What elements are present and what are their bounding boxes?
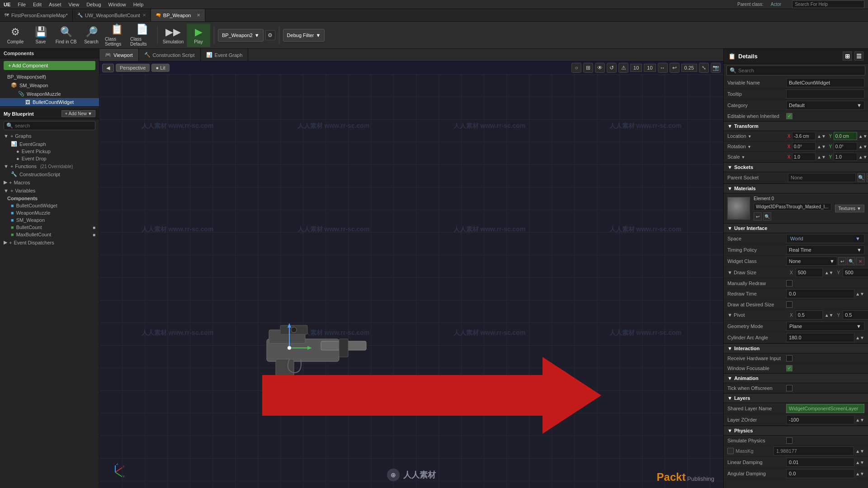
construction-script-item[interactable]: 🔧 ConstructionScript bbox=[0, 170, 99, 178]
event-pickup-item[interactable]: ● Event Pickup bbox=[0, 148, 99, 155]
focusable-checkbox[interactable] bbox=[786, 365, 793, 371]
snap-value-input[interactable]: 0.25 bbox=[681, 64, 697, 72]
menu-debug[interactable]: Debug bbox=[86, 2, 101, 7]
event-dispatchers-section[interactable]: ▶ + Event Dispatchers bbox=[0, 238, 99, 247]
class-settings-button[interactable]: 📋 Class Settings bbox=[105, 23, 128, 47]
bp-self-item[interactable]: BP_Weapon(self) bbox=[0, 73, 99, 81]
event-drop-item[interactable]: ● Event Drop bbox=[0, 155, 99, 162]
details-grid-view-btn[interactable]: ⊞ bbox=[843, 52, 852, 61]
draw-size-y-input[interactable] bbox=[843, 268, 868, 277]
vp-grid-btn[interactable]: ⊞ bbox=[583, 63, 593, 73]
add-component-button[interactable]: + Add Component bbox=[4, 61, 95, 70]
event-graph-tab[interactable]: 📊 Event Graph bbox=[201, 49, 249, 61]
menu-window[interactable]: Window bbox=[108, 2, 126, 7]
mass-input[interactable] bbox=[774, 446, 854, 455]
cylinder-input[interactable] bbox=[786, 333, 854, 342]
construction-script-tab[interactable]: 🔨 Construction Script bbox=[139, 49, 201, 61]
zorder-input[interactable] bbox=[786, 415, 854, 424]
mat-reset-btn[interactable]: ↩ bbox=[754, 212, 762, 221]
menu-file[interactable]: File bbox=[18, 2, 26, 7]
tooltip-input[interactable] bbox=[786, 89, 864, 99]
vp-move-snap-icon[interactable]: ↔ bbox=[658, 63, 668, 73]
viewport-tab[interactable]: 🎮 Viewport bbox=[99, 49, 139, 61]
layers-section-header[interactable]: ▼ Layers bbox=[724, 393, 868, 403]
loc-y-arrow[interactable]: ▲▼ bbox=[858, 134, 868, 139]
menu-asset[interactable]: Asset bbox=[49, 2, 61, 7]
draw-desired-checkbox[interactable] bbox=[786, 301, 793, 308]
details-list-view-btn[interactable]: ☰ bbox=[854, 52, 863, 61]
timing-dropdown[interactable]: Real Time ▼ bbox=[786, 245, 864, 254]
graphs-section[interactable]: ▼ + Graphs bbox=[0, 132, 99, 140]
textures-btn[interactable]: Textures ▼ bbox=[835, 205, 864, 212]
class-defaults-button[interactable]: 📄 Class Defaults bbox=[130, 23, 154, 47]
zorder-arrow[interactable]: ▲▼ bbox=[855, 418, 864, 422]
pivot-x-input[interactable] bbox=[796, 310, 823, 319]
find-in-cb-button[interactable]: 🔍 Find in CB bbox=[54, 23, 78, 47]
functions-section[interactable]: ▼ + Functions (21 Overridable) bbox=[0, 162, 99, 170]
parent-socket-search-btn[interactable]: 🔍 bbox=[858, 173, 865, 182]
lit-btn[interactable]: ● Lit bbox=[151, 64, 169, 72]
help-search[interactable]: Search For Help bbox=[792, 0, 864, 8]
var-bullet-count[interactable]: ■ BulletCount ■ bbox=[0, 224, 99, 231]
space-dropdown[interactable]: World ▼ bbox=[786, 234, 864, 243]
materials-section-header[interactable]: ▼ Materials bbox=[724, 183, 868, 193]
widget-class-dropdown[interactable]: None ▼ bbox=[786, 257, 837, 266]
widget-class-search-btn[interactable]: 🔍 bbox=[847, 257, 855, 265]
vp-rot-snap-icon[interactable]: ↩ bbox=[670, 63, 679, 73]
menu-edit[interactable]: Edit bbox=[33, 2, 42, 7]
draw-size-x-arrow[interactable]: ▲▼ bbox=[825, 270, 834, 275]
transform-section-header[interactable]: ▼ Transform bbox=[724, 121, 868, 131]
cylinder-arrow[interactable]: ▲▼ bbox=[855, 335, 864, 340]
user-interface-section-header[interactable]: ▼ User Interface bbox=[724, 223, 868, 233]
tab-map[interactable]: 🗺 FirstPersonExampleMap* bbox=[0, 9, 73, 21]
search-button[interactable]: 🔎 Search bbox=[80, 23, 103, 47]
var-weapon-muzzle[interactable]: ■ WeaponMuzzle bbox=[0, 209, 99, 216]
pivot-x-arrow[interactable]: ▲▼ bbox=[825, 313, 834, 318]
vp-sphere-btn[interactable]: ○ bbox=[571, 63, 581, 73]
play-button[interactable]: ▶ Play bbox=[187, 23, 210, 47]
vp-camera-icon[interactable]: 📷 bbox=[711, 63, 721, 73]
compile-button[interactable]: ⚙ Compile bbox=[4, 23, 27, 47]
rotation-x-input[interactable] bbox=[792, 142, 816, 150]
rotation-y-input[interactable] bbox=[834, 142, 857, 150]
pivot-toggle[interactable]: ▼ bbox=[727, 312, 732, 318]
sm-weapon-item[interactable]: 📦 SM_Weapon bbox=[0, 81, 99, 89]
redraw-time-input[interactable] bbox=[786, 289, 854, 298]
widget-class-reset-btn[interactable]: ↩ bbox=[838, 257, 846, 265]
manually-checkbox[interactable] bbox=[786, 280, 793, 286]
location-x-input[interactable] bbox=[792, 132, 816, 140]
var-bullet-count-widget[interactable]: ■ BulletCountWidget bbox=[0, 202, 99, 209]
shared-layer-input[interactable] bbox=[786, 404, 864, 413]
scale-x-input[interactable] bbox=[792, 153, 816, 161]
add-new-button[interactable]: + Add New ▼ bbox=[61, 110, 95, 117]
geometry-dropdown[interactable]: Plane ▼ bbox=[786, 322, 864, 331]
rot-x-arrow[interactable]: ▲▼ bbox=[816, 144, 827, 149]
editable-checkbox[interactable] bbox=[786, 113, 793, 119]
tab-weapon[interactable]: 🔫 BP_Weapon ✕ bbox=[151, 9, 205, 21]
draw-size-x-input[interactable] bbox=[796, 268, 823, 277]
animation-section-header[interactable]: ▼ Animation bbox=[724, 373, 868, 383]
var-max-bullet-count[interactable]: ■ MaxBulletCount ■ bbox=[0, 231, 99, 238]
angular-arrow[interactable]: ▲▼ bbox=[855, 471, 864, 476]
details-search-input[interactable] bbox=[738, 68, 862, 73]
blueprint-dropdown[interactable]: BP_Weapon2 ▼ bbox=[218, 29, 264, 42]
mass-checkbox[interactable] bbox=[727, 448, 734, 454]
scale-y-arrow[interactable]: ▲▼ bbox=[858, 155, 868, 160]
mass-arrow[interactable]: ▲▼ bbox=[855, 449, 864, 454]
rot-y-arrow[interactable]: ▲▼ bbox=[858, 144, 868, 149]
sockets-section-header[interactable]: ▼ Sockets bbox=[724, 162, 868, 172]
vp-warn-btn[interactable]: ⚠ bbox=[618, 63, 628, 73]
tab-count-close[interactable]: ✕ bbox=[142, 13, 146, 18]
var-sm-weapon[interactable]: ■ SM_Weapon bbox=[0, 216, 99, 224]
grid-size2-input[interactable]: 10 bbox=[644, 64, 656, 72]
loc-x-arrow[interactable]: ▲▼ bbox=[816, 134, 827, 139]
widget-class-clear-btn[interactable]: ✕ bbox=[856, 257, 864, 265]
perspective-btn[interactable]: Perspective bbox=[116, 64, 150, 72]
vp-left-btn[interactable]: ◀ bbox=[102, 64, 114, 72]
draw-size-toggle[interactable]: ▼ bbox=[727, 270, 732, 275]
physics-section-header[interactable]: ▼ Physics bbox=[724, 426, 868, 436]
save-button[interactable]: 💾 Save bbox=[29, 23, 52, 47]
simulate-checkbox[interactable] bbox=[786, 437, 793, 444]
blueprint-config-btn[interactable]: ⚙ bbox=[265, 30, 275, 40]
simulation-button[interactable]: ▶▶ Simulation bbox=[161, 23, 185, 47]
